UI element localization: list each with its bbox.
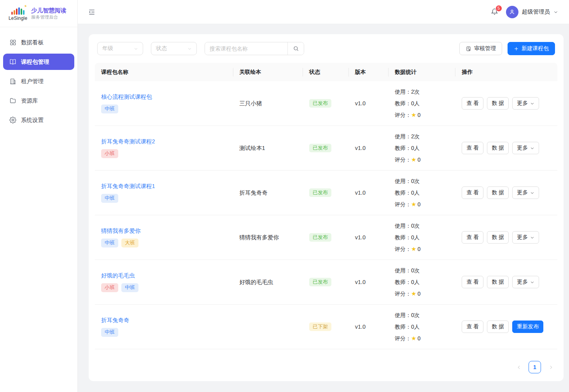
more-button[interactable]: 更多 (512, 231, 539, 244)
sidebar-item-label: 租户管理 (21, 78, 44, 85)
more-button[interactable]: 更多 (512, 97, 539, 110)
view-button[interactable]: 查 看 (462, 276, 483, 288)
sidebar-item-label: 资源库 (21, 97, 38, 105)
data-button[interactable]: 数 据 (487, 97, 509, 110)
status-tag: 已下架 (309, 322, 331, 331)
chevron-right-icon (548, 365, 553, 370)
stat-teachers: 教师：0人 (395, 321, 449, 333)
data-button[interactable]: 数 据 (487, 321, 509, 333)
sidebar-item-settings[interactable]: 系统设置 (3, 112, 74, 128)
stat-usage: 使用：0次 (395, 265, 449, 276)
cell-version: v1.0 (349, 145, 389, 151)
grade-tag: 中班 (101, 328, 118, 337)
cell-name: 好饿的毛毛虫 小班中班 (95, 272, 233, 292)
star-icon: ★ (411, 290, 416, 297)
column-header-stats: 数据统计 (389, 69, 455, 76)
stat-teachers: 教师：0人 (395, 232, 449, 243)
cell-status: 已发布 (303, 278, 349, 287)
package-name-link[interactable]: 好饿的毛毛虫 (101, 272, 135, 279)
pagination-page-1[interactable]: 1 (529, 361, 541, 373)
package-name-link[interactable]: 折耳兔奇奇 (101, 317, 130, 324)
view-button[interactable]: 查 看 (462, 186, 483, 199)
user-icon (509, 9, 515, 15)
more-button[interactable]: 更多 (512, 276, 539, 288)
data-button[interactable]: 数 据 (487, 231, 509, 244)
notification-bell-button[interactable]: 5 (490, 7, 500, 17)
content-area: 年级 状态 (78, 24, 569, 392)
more-button[interactable]: 更多 (512, 186, 539, 199)
view-button[interactable]: 查 看 (462, 97, 483, 110)
cell-book: 猜猜我有多爱你 (233, 234, 303, 241)
cell-name: 猜猜我有多爱你 中班大班 (95, 227, 233, 247)
chevron-down-icon (530, 101, 534, 106)
table-row: 折耳兔奇奇测试课程1 中班 折耳兔奇奇 已发布 v1.0 使用：0次 教师：0人… (95, 171, 557, 215)
plus-icon (514, 46, 519, 51)
stat-usage: 使用：0次 (395, 220, 449, 232)
status-filter-select[interactable]: 状态 (151, 42, 197, 55)
cell-book: 三只小猪 (233, 100, 303, 107)
search-button[interactable] (287, 42, 304, 55)
chevron-down-icon (530, 235, 534, 240)
view-button[interactable]: 查 看 (462, 231, 483, 244)
cell-stats: 使用：0次 教师：0人 评分：★0 (389, 265, 455, 300)
filters: 年级 状态 (97, 42, 304, 55)
sidebar-item-dashboard[interactable]: 数据看板 (3, 34, 74, 51)
package-name-link[interactable]: 折耳兔奇奇测试课程1 (101, 183, 155, 190)
sidebar-item-resources[interactable]: 资源库 (3, 92, 74, 109)
chevron-left-icon (516, 365, 522, 370)
grade-filter-select[interactable]: 年级 (97, 42, 143, 55)
grade-tags: 小班中班 (101, 283, 227, 292)
stat-usage: 使用：2次 (395, 131, 449, 142)
chevron-down-icon (553, 10, 558, 14)
view-button[interactable]: 查 看 (462, 142, 483, 154)
menu-fold-button[interactable] (86, 7, 97, 17)
cell-version: v1.0 (349, 234, 389, 240)
data-button[interactable]: 数 据 (487, 276, 509, 288)
status-filter-placeholder: 状态 (156, 45, 167, 52)
table-row: 折耳兔奇奇测试课程2 小班 测试绘本1 已发布 v1.0 使用：2次 教师：0人… (95, 126, 557, 171)
pagination-next-button[interactable] (545, 361, 557, 373)
folder-icon (9, 97, 16, 104)
building-icon (9, 78, 16, 85)
grade-tag: 中班 (101, 194, 118, 203)
data-button[interactable]: 数 据 (487, 186, 509, 199)
more-button[interactable]: 更多 (512, 142, 539, 154)
review-management-button[interactable]: 审核管理 (459, 42, 502, 55)
republish-button[interactable]: 重新发布 (512, 321, 543, 333)
data-button[interactable]: 数 据 (487, 142, 509, 154)
package-name-link[interactable]: 猜猜我有多爱你 (101, 227, 141, 235)
search-input[interactable] (205, 42, 287, 55)
avatar (506, 6, 518, 18)
logo: LeSingle 少儿智慧阅读 服务管理后台 (0, 0, 77, 27)
cell-book: 折耳兔奇奇 (233, 189, 303, 197)
cell-stats: 使用：2次 教师：0人 评分：★0 (389, 86, 455, 121)
sidebar-item-tenants[interactable]: 租户管理 (3, 73, 74, 89)
notification-badge: 5 (495, 5, 502, 12)
app-title: 少儿智慧阅读 (31, 7, 66, 14)
package-name-link[interactable]: 折耳兔奇奇测试课程2 (101, 138, 155, 145)
star-icon: ★ (411, 156, 416, 163)
package-name-link[interactable]: 核心流程测试课程包 (101, 93, 152, 101)
view-button[interactable]: 查 看 (462, 321, 483, 333)
create-package-button[interactable]: 新建课程包 (508, 42, 555, 55)
sidebar-item-course-packages[interactable]: 课程包管理 (3, 54, 74, 70)
cell-name: 核心流程测试课程包 中班 (95, 93, 233, 113)
table-row: 好饿的毛毛虫 小班中班 好饿的毛毛虫 已发布 v1.0 使用：0次 教师：0人 … (95, 260, 557, 305)
topbar: 5 超级管理员 (78, 0, 569, 24)
grade-tag: 中班 (101, 239, 118, 247)
review-button-label: 审核管理 (474, 45, 496, 52)
topbar-right: 5 超级管理员 (490, 6, 558, 18)
cell-actions: 查 看 数 据 更多 (455, 186, 557, 199)
cell-status: 已发布 (303, 99, 349, 108)
cell-name: 折耳兔奇奇 中班 (95, 317, 233, 337)
cell-version: v1.0 (349, 190, 389, 196)
brand-name: LeSingle (9, 16, 27, 21)
user-menu[interactable]: 超级管理员 (506, 6, 558, 18)
book-icon (9, 58, 16, 65)
logo-bars-icon (11, 6, 25, 15)
column-header-book: 关联绘本 (233, 69, 303, 76)
app-root: LeSingle 少儿智慧阅读 服务管理后台 数据看板 课程包管理 租户管理 (0, 0, 569, 392)
pagination-prev-button[interactable] (513, 361, 525, 373)
cell-actions: 查 看 数 据 更多 (455, 97, 557, 110)
cell-version: v1.0 (349, 100, 389, 106)
